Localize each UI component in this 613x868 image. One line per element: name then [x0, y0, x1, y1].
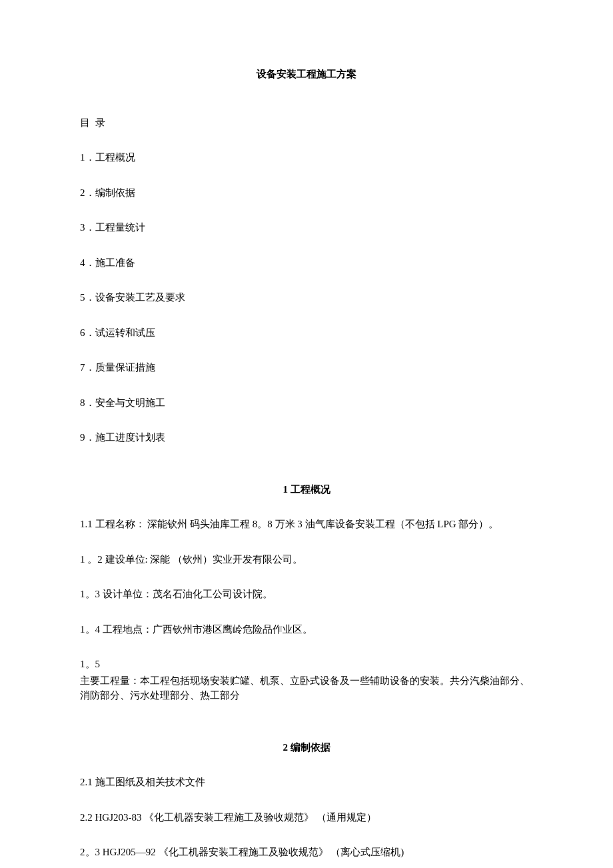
toc-item: 1．工程概况	[80, 150, 533, 165]
document-title: 设备安装工程施工方案	[80, 67, 533, 82]
toc-item: 9．施工进度计划表	[80, 430, 533, 445]
toc-heading: 目 录	[80, 115, 533, 131]
toc-item: 6．试运转和试压	[80, 325, 533, 341]
paragraph-lead: 1。5	[80, 657, 533, 672]
paragraph: 1。4 工程地点：广西钦州市港区鹰岭危险品作业区。	[80, 622, 533, 637]
paragraph: 主要工程量：本工程包括现场安装贮罐、机泵、立卧式设备及一些辅助设备的安装。共分汽…	[80, 673, 533, 703]
toc-item: 8．安全与文明施工	[80, 395, 533, 411]
paragraph: 1。3 设计单位：茂名石油化工公司设计院。	[80, 587, 533, 602]
toc-item: 3．工程量统计	[80, 220, 533, 235]
toc-item: 2．编制依据	[80, 185, 533, 201]
toc-item: 4．施工准备	[80, 255, 533, 271]
toc-item: 7．质量保证措施	[80, 360, 533, 375]
paragraph: 1 。2 建设单位: 深能 （钦州）实业开发有限公司。	[80, 552, 533, 567]
paragraph: 1.1 工程名称： 深能钦州 码头油库工程 8。8 万米 3 油气库设备安装工程…	[80, 517, 533, 532]
section-1-heading: 1 工程概况	[80, 482, 533, 497]
paragraph: 2。3 HGJ205―92 《化工机器安装工程施工及验收规范》 （离心式压缩机)	[80, 845, 533, 860]
section-2-heading: 2 编制依据	[80, 740, 533, 755]
toc-item: 5．设备安装工艺及要求	[80, 290, 533, 305]
paragraph: 2.2 HGJ203-83 《化工机器安装工程施工及验收规范》 （通用规定）	[80, 810, 533, 825]
paragraph: 2.1 施工图纸及相关技术文件	[80, 775, 533, 790]
